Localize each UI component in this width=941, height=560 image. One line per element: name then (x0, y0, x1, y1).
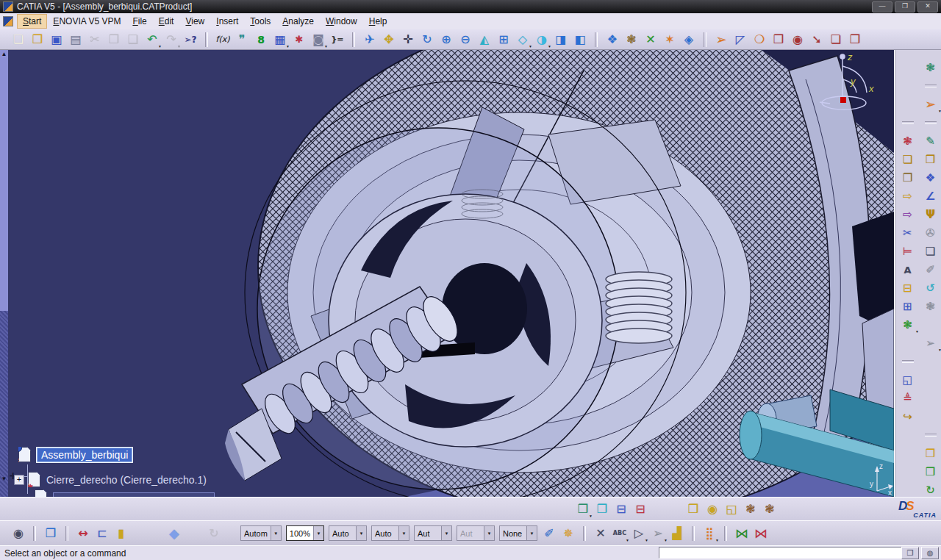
isometric-view-icon[interactable]: ◇▼ (513, 31, 532, 49)
minimize-button[interactable]: — (872, 1, 892, 12)
swap-swoosh-icon[interactable]: ↺ (919, 279, 941, 297)
pan-icon[interactable]: ✛ (398, 31, 418, 49)
whats-this-icon[interactable]: ➢? (181, 31, 200, 49)
record-button-icon[interactable]: ◉ (703, 500, 722, 518)
combo-none[interactable]: None▼ (499, 525, 537, 541)
vpm-swoosh-icon[interactable]: ➘ (807, 31, 826, 49)
grid-snap-icon[interactable]: ⣿▼ (700, 525, 719, 542)
window-edit-icon[interactable]: ❏ (919, 243, 941, 260)
render-style-icon[interactable]: ◑▼ (532, 31, 551, 49)
paste-icon[interactable]: ❑ (124, 31, 143, 49)
rotate-icon[interactable]: ↻ (418, 31, 437, 49)
combo-auto-1[interactable]: Auto▼ (329, 525, 367, 541)
dropdown-arrow[interactable]: ▼ (938, 110, 941, 113)
tree-triangles-icon[interactable]: ≜ (896, 390, 919, 407)
combo-arrow[interactable]: ▼ (484, 526, 494, 540)
tree-node-blue-icon[interactable]: ⊞ (896, 298, 919, 315)
close-button[interactable]: ✕ (917, 1, 938, 12)
vpm-doc-circle-icon[interactable]: ❍ (750, 31, 769, 49)
gear-brown-1-icon[interactable]: ❃ (741, 500, 760, 518)
clash-icon[interactable]: ◈ (679, 31, 698, 49)
folder-cyan-icon[interactable]: ❒ (919, 445, 941, 462)
refresh-swirl-icon[interactable]: ↻ (204, 525, 223, 542)
combo-auto-2[interactable]: Auto▼ (371, 525, 409, 541)
text-abc-icon[interactable]: ABC▼ (610, 525, 629, 542)
doc-arrow-purple-icon[interactable]: ⇨ (896, 206, 919, 223)
design-table-icon[interactable]: ▦▼ (271, 31, 290, 49)
folder-green-arrow-icon[interactable]: ❒ (919, 463, 941, 481)
menu-analyze[interactable]: Analyze (276, 14, 320, 29)
measure-ruler-icon[interactable]: ↔ (74, 525, 93, 542)
rules-check-icon[interactable]: }= (328, 31, 347, 49)
open-folder-icon[interactable]: ❒ (28, 31, 47, 49)
menu-help[interactable]: Help (363, 14, 393, 29)
fit-all-icon[interactable]: ✥ (379, 31, 398, 49)
combo-aut-2[interactable]: Aut▼ (457, 525, 495, 541)
fly-mode-icon[interactable]: ✈ (360, 31, 379, 49)
product-node-icon[interactable]: ❒▼ (573, 500, 593, 518)
cut-detach-icon[interactable]: ✂ (896, 224, 919, 242)
menu-insert[interactable]: Insert (210, 14, 244, 29)
cube-axes-icon[interactable]: ◱ (896, 371, 919, 389)
dropdown-arrow[interactable]: ▼ (938, 348, 941, 352)
print-icon[interactable]: ▤ (66, 31, 85, 49)
smart-move-icon[interactable]: ✕ (641, 31, 660, 49)
tree-child-row-clipped[interactable]: ✱ (35, 489, 215, 497)
flag-note-icon[interactable]: ▷▼ (629, 525, 648, 542)
cut-icon[interactable]: ✂ (85, 31, 104, 49)
expand-plus-box[interactable]: + (14, 475, 24, 485)
screwdriver-icon[interactable]: ✐ (919, 261, 941, 279)
viewport[interactable]: z y x z y x ✛ ✱ Assembly_berbiqui + (8, 50, 894, 497)
tree-root-rename-field[interactable]: Assembly_berbiqui (37, 448, 132, 462)
redo-icon[interactable]: ↷▼ (162, 31, 181, 49)
component-cubes-icon[interactable]: ❖ (919, 169, 941, 187)
gear-doc-1-icon[interactable]: ❏ (896, 151, 919, 168)
zoom-in-icon[interactable]: ⊕ (437, 31, 456, 49)
arrow-3d-icon[interactable]: ➢▼ (648, 525, 668, 542)
normal-view-icon[interactable]: ◭ (475, 31, 494, 49)
restore-button[interactable]: ❐ (895, 1, 915, 12)
weld-points-icon[interactable]: ✕ (591, 525, 610, 542)
snap-gears-icon[interactable]: ❃ (622, 31, 641, 49)
window-button-icon[interactable]: ◱ (722, 500, 741, 518)
tree-child-label[interactable]: Cierre_derecho (Cierre_derecho.1) (46, 474, 207, 486)
menu-edit[interactable]: Edit (153, 14, 180, 29)
3d-model-canvas[interactable]: z y x z y x (8, 50, 894, 497)
scroll-up-arrow[interactable]: ▲ (0, 51, 8, 57)
frame-a-doc-icon[interactable]: A (896, 261, 919, 279)
combo-automatic[interactable]: Autom▼ (240, 525, 282, 541)
menu-tools[interactable]: Tools (244, 14, 276, 29)
doc-arrow-yellow-icon[interactable]: ⇨ (896, 187, 919, 205)
dropdown-arrow[interactable]: ▼ (915, 330, 919, 334)
undo-icon[interactable]: ↶▼ (143, 31, 162, 49)
explode-icon[interactable]: ✶ (660, 31, 679, 49)
gear-doc-2-icon[interactable]: ❐ (896, 169, 919, 187)
vpm-folder-2-icon[interactable]: ❐ (845, 31, 865, 49)
tree-expand-red-icon[interactable]: ⊟ (631, 500, 650, 518)
clamp-icon[interactable]: ⊏ (93, 525, 112, 542)
gears-multi-icon[interactable]: ❃ (896, 132, 919, 150)
menu-enovia-v5-vpm[interactable]: ENOVIA V5 VPM (47, 14, 126, 29)
eraser-icon[interactable]: ◆ (165, 525, 184, 542)
exit-workbench-green-icon[interactable]: ⋈ (732, 525, 751, 542)
stamp-icon[interactable]: ▟ (668, 525, 687, 542)
vpm-query-icon[interactable]: ◉ (788, 31, 807, 49)
manipulation-icon[interactable]: ❖ (603, 31, 622, 49)
tree-root-row[interactable]: ✱ Assembly_berbiqui (18, 447, 132, 462)
tree-yellow-icon[interactable]: ⊟ (896, 279, 919, 297)
combo-arrow[interactable]: ▼ (441, 526, 451, 540)
quick-print-icon[interactable]: ❐ (41, 525, 60, 542)
drill-chuck-model[interactable] (8, 50, 894, 497)
magnet-tree-icon[interactable]: ⊨ (896, 243, 919, 260)
product-box-icon[interactable]: ❒ (919, 151, 941, 168)
scroll-down-arrow[interactable]: ▼ (0, 476, 8, 482)
tree-expand-icon[interactable]: ⊟ (612, 500, 631, 518)
hide-show-icon[interactable]: ◨ (551, 31, 570, 49)
mdi-child-icon[interactable] (3, 16, 13, 26)
fix-clip-icon[interactable]: ✇ (919, 224, 941, 242)
tree-child-row[interactable]: + ✱ ✱ Cierre_derecho (Cierre_derecho.1) (14, 472, 207, 487)
multi-view-icon[interactable]: ⊞ (494, 31, 513, 49)
angle-constraint-icon[interactable]: ∠ (919, 187, 941, 205)
paint-brush-icon[interactable]: ✐ (540, 525, 559, 542)
formula-fx-icon[interactable]: f(x) (213, 31, 232, 49)
